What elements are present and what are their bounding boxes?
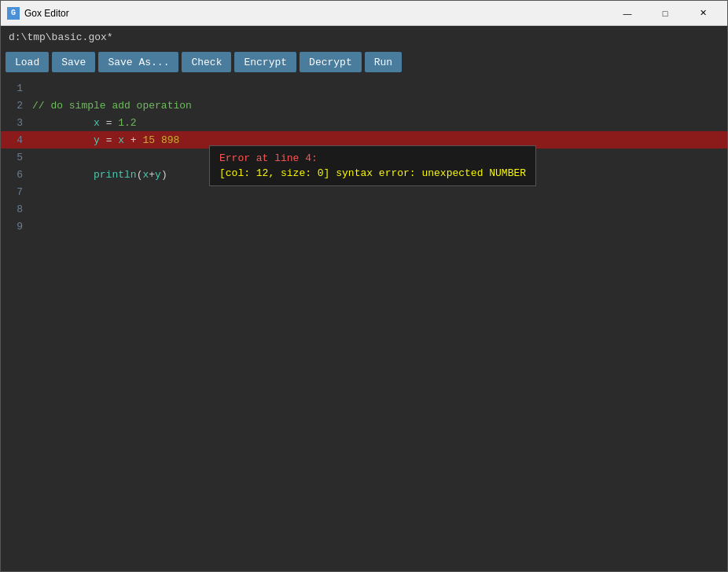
toolbar: Load Save Save As... Check Encrypt Decry… — [1, 48, 727, 76]
table-row: 9 — [1, 218, 727, 235]
save-as-button[interactable]: Save As... — [98, 52, 178, 72]
window-title: Gox Editor — [24, 8, 609, 19]
table-row: 1 — [1, 79, 727, 97]
window-controls: — □ ✕ — [609, 2, 721, 24]
minimize-button[interactable]: — — [609, 2, 645, 24]
encrypt-button[interactable]: Encrypt — [234, 52, 296, 72]
editor-area[interactable]: 1 2 // do simple add operation 3 x = 1.2… — [1, 76, 727, 571]
line-number-9: 9 — [1, 221, 32, 233]
load-button[interactable]: Load — [6, 52, 49, 72]
error-tooltip-title: Error at line 4: — [219, 152, 526, 164]
decrypt-button[interactable]: Decrypt — [300, 52, 362, 72]
title-bar: G Gox Editor — □ ✕ — [1, 1, 727, 26]
window: G Gox Editor — □ ✕ d:\tmp\basic.gox* Loa… — [0, 0, 728, 572]
line-number-4: 4 — [1, 134, 32, 146]
save-button[interactable]: Save — [52, 52, 95, 72]
check-button[interactable]: Check — [182, 52, 231, 72]
line-number-7: 7 — [1, 186, 32, 198]
filepath-bar: d:\tmp\basic.gox* — [1, 26, 727, 48]
filepath-text: d:\tmp\basic.gox* — [9, 31, 113, 43]
run-button[interactable]: Run — [365, 52, 402, 72]
maximize-button[interactable]: □ — [647, 2, 683, 24]
line-number-8: 8 — [1, 204, 32, 215]
line-number-3: 3 — [1, 117, 32, 129]
line-number-5: 5 — [1, 152, 32, 163]
error-tooltip: Error at line 4: [col: 12, size: 0] synt… — [209, 145, 536, 186]
app-icon: G — [7, 7, 20, 20]
close-button[interactable]: ✕ — [685, 2, 721, 24]
error-tooltip-message: [col: 12, size: 0] syntax error: unexpec… — [219, 167, 526, 179]
line-number-6: 6 — [1, 169, 32, 181]
table-row: 8 — [1, 200, 727, 218]
line-number-2: 2 — [1, 100, 32, 112]
line-number-1: 1 — [1, 82, 32, 94]
